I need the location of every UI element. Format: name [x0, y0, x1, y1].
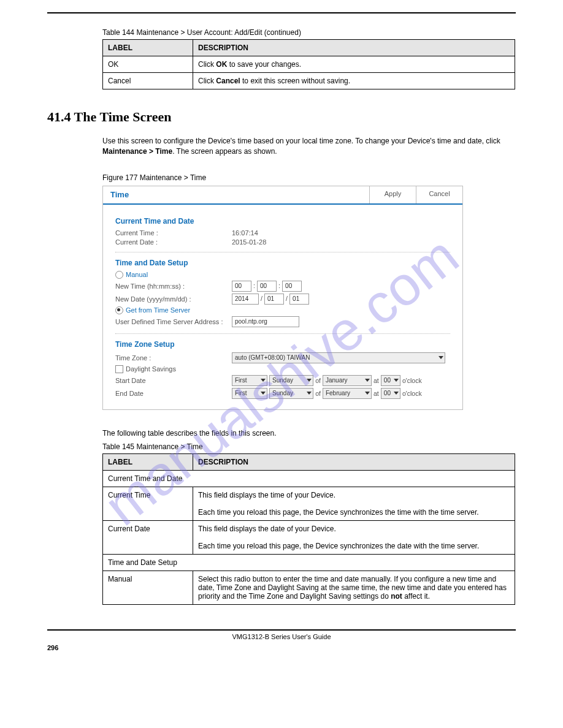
end-ordinal-select[interactable]: First [232, 388, 267, 399]
table1-head-label: LABEL [103, 40, 193, 56]
chevron-down-icon [307, 379, 312, 382]
table2-head-label: LABEL [103, 454, 193, 471]
table-row: Manual Select this radio button to enter… [103, 571, 515, 605]
table1: LABEL DESCRIPTION OK Click OK to save yo… [102, 39, 515, 89]
table2-intro: The following table describes the fields… [102, 428, 515, 439]
start-date-label: Start Date [115, 377, 232, 384]
cell-label: Current Date [103, 521, 193, 555]
section-text: Use this screen to configure the Device'… [102, 136, 515, 157]
timezone-select[interactable]: auto (GMT+08:00) TAIWAN [232, 352, 445, 363]
manual-label: Manual [126, 271, 148, 278]
table-row: Current Time This field displays the tim… [103, 487, 515, 521]
cell-label: OK [103, 56, 193, 73]
end-hour-select[interactable]: 00 [381, 388, 400, 399]
chevron-down-icon [365, 392, 370, 395]
chevron-down-icon [307, 392, 312, 395]
new-time-label: New Time (hh:mm:ss) : [115, 282, 232, 290]
section-tz-title: Time Zone Setup [115, 340, 450, 349]
cell-desc: Click OK to save your changes. [193, 56, 515, 73]
footer-pagenum: 296 [47, 644, 58, 651]
end-day-select[interactable]: Sunday [269, 388, 313, 399]
new-date-mm[interactable]: 01 [264, 294, 284, 305]
new-date-yyyy[interactable]: 2014 [232, 294, 259, 305]
cell-desc: This field displays the time of your Dev… [193, 487, 515, 521]
chevron-down-icon [261, 379, 266, 382]
userdef-server-input[interactable]: pool.ntp.org [232, 316, 299, 327]
userdef-label: User Defined Time Server Address : [115, 318, 232, 325]
table-row: Time and Date Setup [103, 555, 515, 571]
table2: LABEL DESCRIPTION Current Time and Date … [102, 453, 515, 605]
start-month-select[interactable]: January [323, 375, 372, 386]
cell-label: Current Time [103, 487, 193, 521]
panel-header: Time Apply Cancel [103, 186, 462, 205]
current-date-label: Current Date : [115, 238, 232, 246]
daylight-label: Daylight Savings [126, 365, 176, 373]
cell-desc: This field displays the date of your Dev… [193, 521, 515, 555]
table1-caption: Table 144 Maintenance > User Account: Ad… [102, 28, 516, 37]
new-time-mm[interactable]: 00 [257, 281, 277, 292]
table1-head-desc: DESCRIPTION [193, 40, 515, 56]
chevron-down-icon [439, 356, 443, 359]
table-row: Current Time and Date [103, 471, 515, 487]
table-row: OK Click OK to save your changes. [103, 56, 515, 73]
current-time-label: Current Time : [115, 229, 232, 237]
new-time-hh[interactable]: 00 [232, 281, 251, 292]
table-row: Cancel Click Cancel to exit this screen … [103, 73, 515, 89]
section-cell: Current Time and Date [103, 471, 515, 487]
end-date-label: End Date [115, 390, 232, 397]
cell-desc: Select this radio button to enter the ti… [193, 571, 515, 605]
new-time-ss[interactable]: 00 [282, 281, 302, 292]
chevron-down-icon [261, 392, 266, 395]
section-current-title: Current Time and Date [115, 217, 450, 226]
section-cell: Time and Date Setup [103, 555, 515, 571]
start-ordinal-select[interactable]: First [232, 375, 267, 386]
timezone-label: Time Zone : [115, 354, 232, 362]
table-row: Current Date This field displays the dat… [103, 521, 515, 555]
new-date-dd[interactable]: 01 [289, 294, 309, 305]
daylight-checkbox[interactable] [115, 365, 123, 373]
cell-label: Cancel [103, 73, 193, 89]
apply-button[interactable]: Apply [369, 186, 416, 203]
time-server-label: Get from Time Server [126, 306, 190, 314]
chevron-down-icon [394, 379, 399, 382]
figure-caption: Figure 177 Maintenance > Time [102, 173, 516, 182]
start-day-select[interactable]: Sunday [269, 375, 313, 386]
section-setup-title: Time and Date Setup [115, 259, 450, 267]
current-time-value: 16:07:14 [232, 229, 450, 237]
chevron-down-icon [365, 379, 370, 382]
divider [115, 252, 450, 252]
footer-rule [47, 629, 516, 631]
time-panel: Time Apply Cancel Current Time and Date … [102, 186, 463, 410]
time-server-radio[interactable] [115, 306, 123, 314]
current-date-value: 2015-01-28 [232, 238, 450, 246]
chevron-down-icon [394, 392, 399, 395]
end-month-select[interactable]: February [323, 388, 372, 399]
table2-head-desc: DESCRIPTION [193, 454, 515, 471]
cell-label: Manual [103, 571, 193, 605]
table2-caption: Table 145 Maintenance > Time [102, 442, 516, 451]
start-hour-select[interactable]: 00 [381, 375, 400, 386]
divider [115, 333, 450, 334]
cancel-button[interactable]: Cancel [416, 186, 462, 203]
cell-desc: Click Cancel to exit this screen without… [193, 73, 515, 89]
section-heading: 41.4 The Time Screen [47, 109, 516, 125]
manual-radio[interactable] [115, 271, 123, 279]
footer-booktitle: VMG1312-B Series User's Guide [47, 633, 516, 640]
header-rule [47, 12, 516, 13]
new-date-label: New Date (yyyy/mm/dd) : [115, 295, 232, 303]
panel-title: Time [103, 186, 136, 203]
